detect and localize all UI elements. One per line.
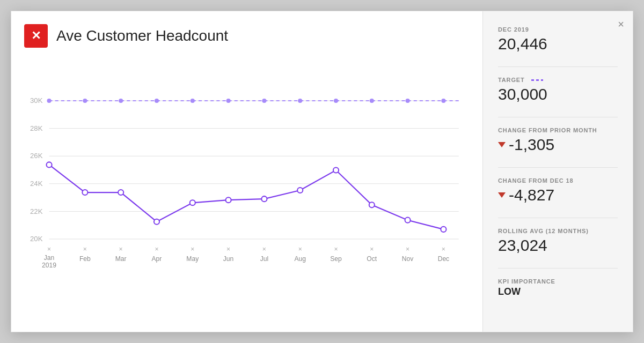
svg-point-15 xyxy=(119,99,123,103)
stat-target-label: TARGET xyxy=(498,77,618,83)
triangle-down-icon xyxy=(498,142,506,147)
svg-text:Jun: Jun xyxy=(223,255,234,263)
stat-period-label: DEC 2019 xyxy=(498,26,618,33)
svg-text:Feb: Feb xyxy=(79,255,91,263)
stat-kpi-value: LOW xyxy=(498,287,618,297)
svg-text:×: × xyxy=(47,245,51,253)
stats-panel: DEC 2019 20,446 TARGET 30,000 CHANGE FRO… xyxy=(482,11,633,332)
triangle-down-icon-2 xyxy=(498,192,506,198)
svg-text:Aug: Aug xyxy=(294,255,306,263)
svg-point-52 xyxy=(118,190,123,195)
svg-point-53 xyxy=(154,219,159,225)
svg-point-21 xyxy=(334,99,338,103)
close-button[interactable]: × xyxy=(618,19,624,29)
svg-point-54 xyxy=(190,200,195,205)
svg-point-19 xyxy=(262,99,266,103)
stat-change-prior-value: -1,305 xyxy=(498,136,618,153)
chart-header: ✕ Ave Customer Headcount xyxy=(24,24,470,48)
stat-kpi: KPI IMPORTANCE LOW xyxy=(498,278,618,297)
svg-point-20 xyxy=(298,99,302,103)
stat-period: DEC 2019 20,446 xyxy=(498,26,618,53)
red-x-icon: ✕ xyxy=(24,24,48,48)
stat-change-dec18-label: CHANGE FROM DEC 18 xyxy=(498,177,618,184)
stat-rolling-avg-value: 23,024 xyxy=(498,236,618,254)
stat-change-dec18: CHANGE FROM DEC 18 -4,827 xyxy=(498,177,618,204)
svg-point-24 xyxy=(441,99,445,103)
svg-text:×: × xyxy=(298,245,302,253)
stat-period-value: 20,446 xyxy=(498,35,618,53)
svg-text:Sep: Sep xyxy=(330,255,342,263)
stat-change-prior-label: CHANGE FROM PRIOR MONTH xyxy=(498,127,618,133)
svg-text:×: × xyxy=(406,245,409,253)
svg-text:×: × xyxy=(226,245,230,253)
svg-text:Oct: Oct xyxy=(367,255,377,263)
svg-text:×: × xyxy=(370,245,374,253)
stat-rolling-avg: ROLLING AVG (12 MONTHS) 23,024 xyxy=(498,228,618,254)
chart-area: ✕ Ave Customer Headcount 30K 28K 26K 24K… xyxy=(11,11,482,332)
target-dash-icon xyxy=(531,79,543,81)
stat-target: TARGET 30,000 xyxy=(498,77,618,103)
svg-text:20K: 20K xyxy=(30,235,43,243)
svg-point-23 xyxy=(406,99,410,103)
stat-kpi-label: KPI IMPORTANCE xyxy=(498,278,618,285)
svg-text:Apr: Apr xyxy=(152,255,162,263)
svg-text:Jan: Jan xyxy=(44,254,55,262)
svg-point-59 xyxy=(369,202,375,207)
svg-text:2019: 2019 xyxy=(42,262,56,269)
svg-text:30K: 30K xyxy=(30,96,43,105)
svg-point-13 xyxy=(47,99,52,103)
svg-point-17 xyxy=(191,99,195,103)
svg-point-16 xyxy=(155,99,159,103)
svg-point-60 xyxy=(405,218,411,223)
svg-point-57 xyxy=(297,188,303,193)
stat-rolling-avg-label: ROLLING AVG (12 MONTHS) xyxy=(498,228,618,234)
svg-point-58 xyxy=(333,167,339,173)
svg-text:May: May xyxy=(186,255,199,263)
svg-text:Mar: Mar xyxy=(115,255,127,263)
svg-text:×: × xyxy=(155,245,158,253)
svg-text:28K: 28K xyxy=(30,124,43,132)
svg-text:24K: 24K xyxy=(30,180,43,188)
chart-title: Ave Customer Headcount xyxy=(56,27,228,44)
svg-point-51 xyxy=(82,190,87,195)
modal-container: × ✕ Ave Customer Headcount 30K 28K 26K 2… xyxy=(11,11,633,332)
svg-text:Nov: Nov xyxy=(402,255,414,263)
svg-point-56 xyxy=(261,196,267,202)
svg-text:×: × xyxy=(262,245,266,253)
chart-container: 30K 28K 26K 24K 22K 20K xyxy=(24,57,470,323)
stat-target-value: 30,000 xyxy=(498,85,618,103)
svg-text:×: × xyxy=(442,245,445,253)
svg-point-50 xyxy=(47,162,52,167)
svg-point-14 xyxy=(83,99,87,103)
svg-point-55 xyxy=(226,197,231,203)
chart-svg: 30K 28K 26K 24K 22K 20K xyxy=(24,57,470,323)
svg-text:Jul: Jul xyxy=(260,255,269,263)
svg-text:×: × xyxy=(191,245,194,253)
svg-text:×: × xyxy=(334,245,338,253)
svg-text:22K: 22K xyxy=(30,207,43,215)
svg-point-18 xyxy=(226,99,231,103)
svg-point-22 xyxy=(370,99,374,103)
svg-text:×: × xyxy=(83,245,87,253)
svg-text:Dec: Dec xyxy=(438,255,450,263)
svg-point-61 xyxy=(441,227,446,232)
svg-text:26K: 26K xyxy=(30,152,43,160)
stat-change-dec18-value: -4,827 xyxy=(498,186,618,204)
svg-text:×: × xyxy=(119,245,123,253)
stat-change-prior: CHANGE FROM PRIOR MONTH -1,305 xyxy=(498,127,618,153)
